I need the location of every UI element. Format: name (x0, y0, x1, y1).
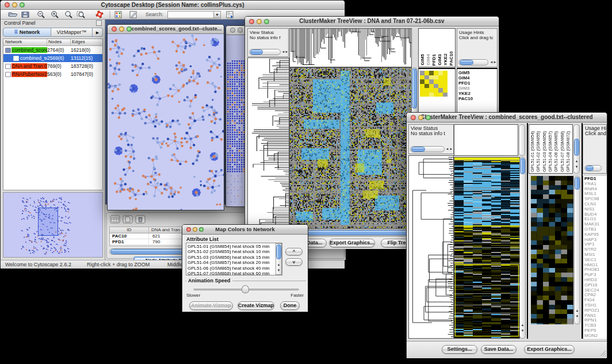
column-dendrogram-2[interactable] (454, 124, 518, 156)
move-up-button[interactable]: ^ (285, 248, 303, 255)
zoom-cell (420, 93, 424, 97)
network1-view[interactable] (108, 34, 224, 210)
tab-network[interactable]: ⠿ Network (3, 28, 51, 37)
network-table-header[interactable]: Network Nodes Edges (3, 39, 102, 46)
attribute-list-vscrollbar[interactable]: ▲ ▼ (276, 243, 282, 275)
attribute-item[interactable]: GPL51-04 (GSM857) heat shock 20 min (188, 260, 270, 265)
usage-hints2-hscrollbar[interactable] (584, 165, 602, 171)
network-overview[interactable] (3, 192, 103, 258)
minimize-button[interactable] (12, 2, 17, 7)
heatmap2-vscrollbar[interactable]: ▲ ▼ (519, 157, 526, 339)
scroll-up-arrow[interactable]: ▲ (520, 323, 525, 327)
network1-titlebar[interactable]: combined_scores_good.txt--cluste... (108, 25, 224, 34)
minimize-button[interactable] (238, 28, 243, 33)
resize-grip[interactable] (599, 350, 606, 357)
minimize-button[interactable] (257, 19, 262, 24)
view-status-hscrollbar[interactable] (249, 49, 281, 55)
zoom-cell (434, 93, 438, 97)
search-dropdown-arrow[interactable]: ▼ (213, 11, 221, 18)
zoom-cell (443, 84, 447, 89)
tab-overflow-button[interactable]: ▶ (93, 28, 103, 37)
cluster1-titlebar[interactable]: ClusterMaker TreeView : DNA and Tran 07-… (245, 17, 499, 26)
network-name: combined_scores (12, 47, 47, 53)
zoom-button[interactable] (20, 2, 25, 7)
settings---button[interactable]: Settings... (442, 345, 477, 354)
heatmap-zoom-2[interactable] (531, 176, 573, 324)
coldendro2-vscrollbar[interactable] (519, 124, 525, 156)
heatmap1-hscrollbar[interactable] (289, 229, 418, 236)
cluster2-titlebar[interactable]: ClusterMaker TreeView : combined_scores_… (407, 113, 607, 122)
tab-vizmapper[interactable]: VizMapper™ (51, 28, 93, 37)
attribute-item[interactable]: GPL51-02 (GSM855) heat shock 10 min (188, 249, 270, 254)
main-titlebar[interactable]: Cytoscape Desktop (Session Name: collins… (1, 1, 345, 10)
scroll-up-arrow[interactable]: ▲ (276, 263, 281, 266)
zoom-button[interactable] (199, 227, 204, 232)
minimize-button[interactable] (193, 227, 197, 232)
heatmap-global-1[interactable] (289, 67, 412, 229)
close-button[interactable] (411, 115, 416, 120)
row-dendrogram-2[interactable] (408, 155, 454, 339)
export-graphics---button[interactable]: Export Graphics... (524, 345, 575, 354)
clustermaker-window-2: ClusterMaker TreeView : combined_scores_… (406, 112, 607, 358)
move-down-button[interactable]: v (285, 258, 303, 266)
column-label: GPL51-04 (GSM857) (548, 131, 553, 172)
scroll-down-arrow[interactable]: ▼ (276, 269, 281, 272)
animate-vizmap-button[interactable]: Animate Vizmap (189, 301, 233, 310)
zoom-cell (434, 79, 438, 84)
scroll-right-arrow[interactable]: ► (492, 60, 498, 64)
network-tree-row[interactable]: DNA and Tran 07769(0)183728(0) (3, 62, 102, 70)
network-tree-row[interactable]: RNAPuberNov2+I563(0)107847(0) (3, 70, 102, 78)
main-window-controls[interactable] (5, 2, 25, 7)
network-tree-row[interactable]: combined_sco2569(6)13112(15) (3, 54, 102, 62)
create-vizmap-button[interactable]: Create Vizmap (238, 301, 274, 310)
heatmap-global-2[interactable] (454, 157, 520, 339)
scroll-down-arrow[interactable]: ▼ (574, 165, 579, 168)
column-label: GIM3 (437, 54, 442, 66)
network-name: combined_sco (20, 55, 47, 61)
view-status2-hscrollbar[interactable] (410, 146, 445, 152)
zoom-button[interactable] (127, 26, 132, 32)
dialog-titlebar[interactable]: Map Colors to Network (182, 225, 308, 235)
minimize-button[interactable] (418, 115, 423, 120)
close-button[interactable] (5, 2, 10, 7)
scroll-up-arrow[interactable]: ▲ (575, 309, 580, 312)
network-name: DNA and Tran 07 (12, 63, 47, 69)
done-button[interactable]: Done (280, 301, 300, 310)
heatmap-zoom-1[interactable] (420, 71, 447, 97)
scroll-down-arrow[interactable]: ▼ (520, 329, 525, 332)
zoom-cell (438, 75, 443, 80)
attribute-item[interactable]: GPL51-07 (GSM868) heat shock 60 min (188, 271, 270, 275)
animation-slider-thumb[interactable] (242, 285, 249, 293)
close-button[interactable] (112, 26, 117, 32)
scroll-right-arrow[interactable]: ► (284, 50, 289, 53)
row-dendrogram-1[interactable] (247, 58, 289, 230)
zoom-cell (434, 71, 438, 75)
column-dendrogram-1[interactable] (289, 28, 412, 67)
network-name: RNAPuberNov2+I (12, 71, 47, 77)
zoom-button[interactable] (426, 115, 431, 120)
zoom-button[interactable] (264, 19, 269, 24)
usage-hints-hscrollbar[interactable] (458, 59, 488, 66)
scroll-up-arrow[interactable]: ▲ (574, 159, 579, 163)
close-button[interactable] (249, 19, 254, 24)
float-panel-icon[interactable] (96, 20, 102, 26)
scroll-right-arrow[interactable]: ► (449, 147, 454, 151)
close-button[interactable] (230, 28, 235, 33)
folder-icon (5, 48, 11, 53)
zoom-cell (424, 79, 429, 84)
zoom-cell (438, 79, 443, 84)
zoom2-vscrollbar[interactable]: ▲ ▼ (574, 176, 580, 324)
close-button[interactable] (186, 227, 191, 232)
collabels2-vscrollbar[interactable]: ▲ ▼ (573, 124, 580, 174)
save-data---button[interactable]: Save Data... (481, 345, 517, 354)
zoom-cell (429, 88, 434, 93)
attribute-item[interactable]: GPL51-03 (GSM856) heat shock 15 min (188, 255, 270, 260)
zoom-cell (443, 75, 447, 80)
export-graphics---button[interactable]: Export Graphics... (329, 239, 375, 247)
attribute-item[interactable]: GPL51-06 (GSM865) heat shock 40 min (188, 266, 270, 271)
attribute-item[interactable]: GPL51-01 (GSM854) heat shock 05 min (188, 244, 270, 249)
scroll-down-arrow[interactable]: ▼ (575, 315, 580, 318)
minimize-button[interactable] (119, 26, 124, 32)
search-input[interactable] (167, 11, 220, 18)
network-tree-row[interactable]: combined_scores2764(0)16218(0) (3, 46, 102, 54)
